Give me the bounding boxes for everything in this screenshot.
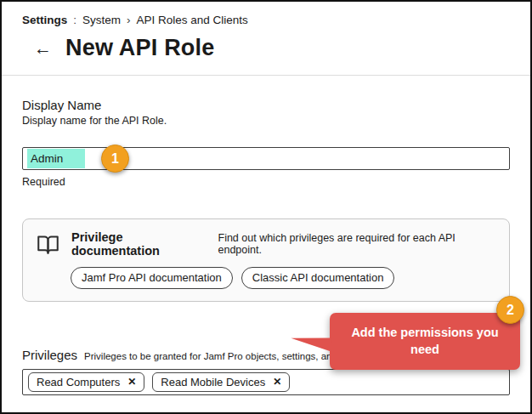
page-header: ← New API Role [34,35,530,61]
display-name-value: Admin [27,149,85,168]
callout-text: Add the permissions you need [351,326,498,356]
privilege-doc-description: Find out which privileges are required f… [218,232,496,256]
privilege-documentation-panel: Privilege documentation Find out which p… [22,218,510,302]
back-arrow-icon[interactable]: ← [34,39,52,57]
display-name-help: Display name for the API Role. [22,115,510,127]
breadcrumb-settings[interactable]: Settings [22,14,67,26]
privilege-doc-buttons: Jamf Pro API documentation Classic API d… [71,267,495,289]
page-title: New API Role [65,35,214,61]
chip-label: Read Computers [37,376,120,388]
page: Settings : System › API Roles and Client… [0,0,532,414]
classic-api-documentation-button[interactable]: Classic API documentation [241,267,395,289]
chip-label: Read Mobile Devices [161,376,265,388]
step-2-badge: 2 [496,296,524,324]
breadcrumb-separator-colon: : [73,14,76,26]
step-1-badge: 1 [101,145,129,173]
privilege-doc-title: Privilege documentation [71,230,212,258]
privileges-help: Privileges to be granted for Jamf Pro ob… [84,351,350,361]
breadcrumb-current: API Roles and Clients [137,14,248,26]
jamf-pro-api-documentation-button[interactable]: Jamf Pro API documentation [71,267,233,289]
chip-remove-icon[interactable]: ✕ [273,377,281,387]
breadcrumb: Settings : System › API Roles and Client… [22,14,530,26]
privilege-doc-header: Privilege documentation Find out which p… [37,230,495,258]
breadcrumb-system[interactable]: System [82,14,121,26]
chip-read-mobile-devices: Read Mobile Devices ✕ [152,372,290,392]
chip-read-computers: Read Computers ✕ [28,372,144,392]
header-divider [2,75,530,76]
chip-remove-icon[interactable]: ✕ [127,377,136,387]
required-note: Required [22,176,510,188]
privileges-label: Privileges [22,348,77,362]
privileges-input[interactable]: Read Computers ✕ Read Mobile Devices ✕ [22,369,510,395]
display-name-label: Display Name [22,98,510,112]
breadcrumb-separator-chevron: › [127,14,131,26]
callout-add-permissions: Add the permissions you need [330,313,520,370]
book-open-icon [37,233,59,256]
display-name-input[interactable]: Admin 1 [22,147,510,170]
